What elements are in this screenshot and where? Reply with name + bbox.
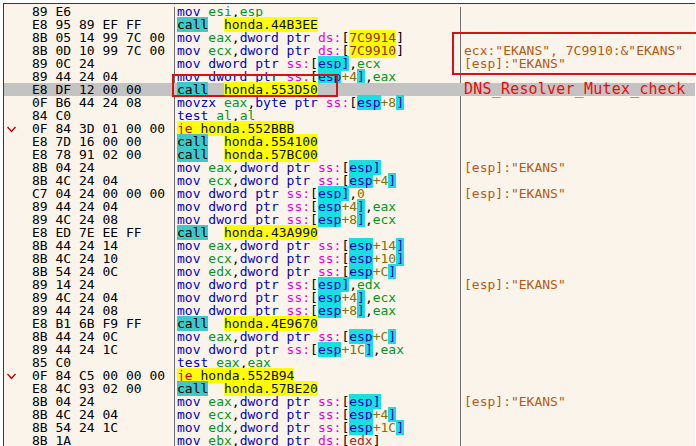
row-gutter <box>4 317 32 330</box>
instruction-token: eax <box>373 303 396 318</box>
instruction-token: +1C <box>341 342 364 357</box>
instruction-token: +8 <box>381 95 397 110</box>
auto-comment[interactable]: [esp]:"EKANS" <box>457 187 695 200</box>
instruction-token: , <box>365 303 373 318</box>
auto-comment[interactable]: [esp]:"EKANS" <box>457 161 695 174</box>
auto-comment <box>457 122 695 135</box>
instruction-token: ss: <box>326 95 349 110</box>
instruction-token <box>279 342 287 357</box>
instruction-token: esp <box>318 69 341 84</box>
disassembly-listing[interactable]: 89 E6mov esi,espE8 95 89 EF FFcall honda… <box>3 3 695 446</box>
instruction-token <box>318 95 326 110</box>
row-gutter <box>4 187 32 200</box>
row-gutter <box>4 304 32 317</box>
instruction-token: , <box>365 212 373 227</box>
row-gutter <box>4 44 32 57</box>
auto-comment <box>457 135 695 148</box>
auto-comment <box>457 343 695 356</box>
auto-comment <box>457 18 695 31</box>
auto-comment <box>457 5 695 18</box>
auto-comment <box>457 291 695 304</box>
row-gutter <box>4 174 32 187</box>
instruction-token: ebx <box>208 433 231 446</box>
instruction-token: +8 <box>341 212 357 227</box>
row-gutter <box>4 96 32 109</box>
instruction-token: , <box>232 433 240 446</box>
row-gutter <box>4 265 32 278</box>
auto-comment[interactable]: [esp]:"EKANS" <box>457 395 695 408</box>
instruction-token: esp <box>318 342 341 357</box>
row-gutter <box>4 109 32 122</box>
row-gutter <box>4 213 32 226</box>
auto-comment[interactable]: [esp]:"EKANS" <box>457 278 695 291</box>
row-gutter <box>4 434 32 446</box>
instruction-token: +8 <box>341 303 357 318</box>
row-gutter <box>4 421 32 434</box>
row-gutter <box>4 83 32 96</box>
instruction-token: ] <box>388 173 396 188</box>
row-gutter <box>4 369 32 382</box>
auto-comment[interactable]: [esp]:"EKANS" <box>457 57 695 70</box>
instruction-token: +4 <box>341 69 357 84</box>
jump-taken-icon <box>7 126 16 133</box>
instruction-token: +4 <box>373 173 389 188</box>
row-gutter <box>4 291 32 304</box>
instruction-token: [ <box>349 95 357 110</box>
auto-comment <box>457 226 695 239</box>
auto-comment <box>457 356 695 369</box>
auto-comment <box>457 369 695 382</box>
row-gutter <box>4 330 32 343</box>
auto-comment <box>457 408 695 421</box>
auto-comment <box>457 96 695 109</box>
auto-comment <box>457 252 695 265</box>
instruction-token: esp <box>318 212 341 227</box>
instruction-token: edx <box>349 433 372 446</box>
opcode-bytes: 8B 1A <box>32 434 170 446</box>
instruction-token: ] <box>373 433 381 446</box>
user-comment[interactable]: DNS_Resolver_Mutex_check <box>457 83 695 96</box>
row-gutter <box>4 161 32 174</box>
instruction-token: eax <box>373 69 396 84</box>
instruction-token: mov <box>177 433 200 446</box>
disasm-row[interactable]: 89 44 24 1Cmov dword ptr ss:[esp+1C],eax <box>4 343 695 356</box>
instruction-token: ] <box>388 264 396 279</box>
instruction-token: [ <box>310 342 318 357</box>
instruction-token: ss: <box>287 342 310 357</box>
auto-comment <box>457 434 695 446</box>
instruction-token: ] <box>357 69 365 84</box>
instruction-token <box>310 433 318 446</box>
instruction-token: ] <box>396 251 404 266</box>
instruction-token: ] <box>396 420 404 435</box>
row-gutter <box>4 252 32 265</box>
instruction-token: esp <box>357 95 380 110</box>
instruction-token: , <box>373 342 381 357</box>
row-gutter <box>4 70 32 83</box>
instruction-token: ] <box>396 43 404 58</box>
auto-comment <box>457 200 695 213</box>
auto-comment <box>457 317 695 330</box>
row-gutter <box>4 31 32 44</box>
row-gutter <box>4 5 32 18</box>
auto-comment <box>457 421 695 434</box>
row-gutter <box>4 408 32 421</box>
instruction-token: byte ptr <box>255 95 318 110</box>
row-gutter <box>4 135 32 148</box>
row-gutter <box>4 226 32 239</box>
row-gutter <box>4 148 32 161</box>
auto-comment <box>457 239 695 252</box>
row-gutter <box>4 18 32 31</box>
row-gutter <box>4 356 32 369</box>
row-gutter <box>4 382 32 395</box>
instruction-token: ] <box>357 212 365 227</box>
instruction-token: dword ptr <box>240 433 310 446</box>
instruction-token: esp <box>318 303 341 318</box>
disassembler-window: 89 E6mov esi,espE8 95 89 EF FFcall honda… <box>0 0 696 446</box>
auto-comment <box>457 213 695 226</box>
instruction: mov ebx,dword ptr ds:[edx] <box>170 434 457 446</box>
disasm-row[interactable]: 8B 1Amov ebx,dword ptr ds:[edx] <box>4 434 695 446</box>
disasm-row[interactable]: 0F B6 44 24 08movzx eax,byte ptr ss:[esp… <box>4 96 695 109</box>
auto-comment <box>457 109 695 122</box>
row-gutter <box>4 343 32 356</box>
row-gutter <box>4 122 32 135</box>
instruction-token: ] <box>357 303 365 318</box>
